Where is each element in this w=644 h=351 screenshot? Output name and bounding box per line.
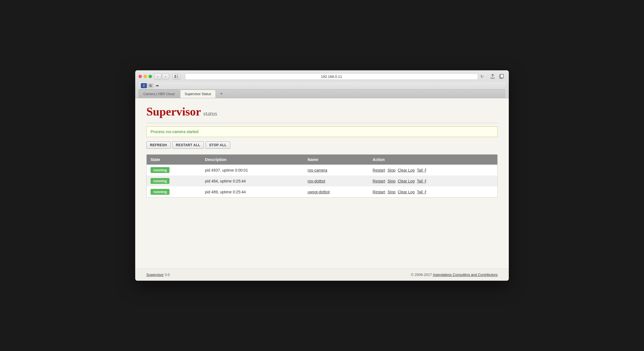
tab-camera-hbr[interactable]: Camera | HBR Cloud — [139, 90, 180, 98]
supervisor-title: Supervisor — [146, 105, 201, 118]
action-link-clear-log[interactable]: Clear Log — [398, 179, 415, 183]
page-footer: Supervisor 3.0 © 2006-2017 Agendaless Co… — [135, 268, 509, 281]
table-header: State Description Name Action — [147, 155, 498, 165]
action-link-tail--f[interactable]: Tail -f — [417, 179, 426, 183]
process-table-body: runningpid 4937, uptime 0:00:01ros-camer… — [147, 165, 498, 198]
svg-rect-2 — [176, 76, 178, 77]
action-link-tail--f[interactable]: Tail -f — [417, 168, 426, 172]
refresh-icon[interactable]: ↻ — [480, 74, 484, 79]
minimize-button[interactable] — [144, 75, 147, 78]
action-buttons: REFRESH RESTART ALL STOP ALL — [146, 141, 498, 149]
new-tab-button[interactable]: + — [217, 91, 225, 97]
refresh-button[interactable]: REFRESH — [146, 141, 171, 149]
copyright-text: © 2006-2017 — [411, 273, 433, 277]
footer-right: © 2006-2017 Agendaless Consulting and Co… — [411, 273, 498, 277]
cell-name: ros-camera — [304, 165, 369, 176]
browser-window: ‹ › 192.168.0.11 ↻ — [135, 70, 509, 281]
cell-name: ros-dotbot — [304, 176, 369, 186]
action-link-stop[interactable]: Stop — [388, 190, 396, 194]
status-badge: running — [151, 167, 170, 173]
cell-actions: RestartStopClear LogTail -f — [369, 176, 498, 186]
back-button[interactable]: ‹ — [154, 73, 161, 80]
status-badge: running — [151, 178, 170, 184]
process-name-link[interactable]: ros-dotbot — [308, 179, 325, 183]
bookmark-messenger[interactable]: ➦ — [154, 83, 160, 88]
close-button[interactable] — [139, 75, 142, 78]
action-link-tail--f[interactable]: Tail -f — [417, 190, 426, 194]
cell-description: pid 489, uptime 0:25:44 — [201, 186, 304, 198]
cell-description: pid 4937, uptime 0:00:01 — [201, 165, 304, 176]
cell-state: running — [147, 165, 201, 176]
process-name-link[interactable]: ros-camera — [308, 168, 327, 172]
stop-all-button[interactable]: STOP ALL — [205, 141, 230, 149]
action-link-stop[interactable]: Stop — [388, 168, 396, 172]
forward-button[interactable]: › — [162, 73, 169, 80]
cell-name: uwsgi-dotbot — [304, 186, 369, 198]
supervisor-footer-link[interactable]: Supervisor — [146, 273, 164, 277]
browser-tabs: Camera | HBR Cloud Supervisor Status + — [139, 90, 505, 98]
contributors-link[interactable]: Agendaless Consulting and Contributors — [433, 273, 498, 277]
bookmarks-bar: f G ➦ — [139, 82, 505, 90]
table-header-row: State Description Name Action — [147, 155, 498, 165]
tab-label: Supervisor Status — [185, 92, 211, 96]
page-content: Supervisorstatus Process ros-camera star… — [135, 98, 509, 260]
action-link-clear-log[interactable]: Clear Log — [398, 190, 415, 194]
nav-buttons: ‹ › — [154, 73, 169, 80]
table-row: runningpid 4937, uptime 0:00:01ros-camer… — [147, 165, 498, 176]
table-row: runningpid 489, uptime 0:25:44uwsgi-dotb… — [147, 186, 498, 198]
page-header: Supervisorstatus — [146, 105, 498, 118]
col-action: Action — [369, 155, 498, 165]
svg-rect-1 — [176, 75, 178, 75]
process-name-link[interactable]: uwsgi-dotbot — [308, 190, 330, 194]
table-row: runningpid 484, uptime 0:25:44ros-dotbot… — [147, 176, 498, 186]
col-description: Description — [201, 155, 304, 165]
col-name: Name — [304, 155, 369, 165]
svg-rect-0 — [175, 75, 176, 78]
cell-state: running — [147, 176, 201, 186]
browser-chrome: ‹ › 192.168.0.11 ↻ — [135, 70, 509, 98]
supervisor-version: 3.0 — [164, 273, 170, 277]
action-link-restart[interactable]: Restart — [373, 190, 385, 194]
bookmark-g[interactable]: G — [147, 83, 154, 88]
status-badge: running — [151, 189, 170, 195]
header-divider — [146, 123, 498, 123]
message-box: Process ros-camera started — [146, 126, 498, 137]
tab-label: Camera | HBR Cloud — [143, 92, 175, 96]
fullscreen-button[interactable] — [149, 75, 152, 78]
browser-titlebar: ‹ › 192.168.0.11 ↻ — [139, 73, 505, 80]
action-link-clear-log[interactable]: Clear Log — [398, 168, 415, 172]
traffic-lights — [139, 75, 152, 78]
action-link-restart[interactable]: Restart — [373, 168, 385, 172]
svg-rect-3 — [176, 78, 178, 78]
svg-rect-5 — [500, 74, 503, 78]
browser-actions — [489, 73, 505, 80]
cell-description: pid 484, uptime 0:25:44 — [201, 176, 304, 186]
action-link-stop[interactable]: Stop — [388, 179, 396, 183]
share-icon[interactable] — [489, 73, 497, 80]
message-text: Process ros-camera started — [151, 129, 198, 134]
action-link-restart[interactable]: Restart — [373, 179, 385, 183]
footer-left: Supervisor 3.0 — [146, 273, 170, 277]
sidebar-toggle-button[interactable] — [173, 73, 180, 80]
duplicate-icon[interactable] — [498, 73, 505, 80]
tab-supervisor-status[interactable]: Supervisor Status — [180, 90, 216, 98]
bookmark-facebook[interactable]: f — [141, 83, 147, 88]
cell-state: running — [147, 186, 201, 198]
cell-actions: RestartStopClear LogTail -f — [369, 186, 498, 198]
address-bar[interactable]: 192.168.0.11 — [185, 73, 478, 80]
address-bar-container: 192.168.0.11 ↻ — [183, 73, 486, 80]
restart-all-button[interactable]: RESTART ALL — [172, 141, 204, 149]
process-table: State Description Name Action runningpid… — [146, 154, 498, 198]
col-state: State — [147, 155, 201, 165]
address-text: 192.168.0.11 — [321, 74, 342, 79]
cell-actions: RestartStopClear LogTail -f — [369, 165, 498, 176]
supervisor-subtitle: status — [203, 110, 217, 117]
